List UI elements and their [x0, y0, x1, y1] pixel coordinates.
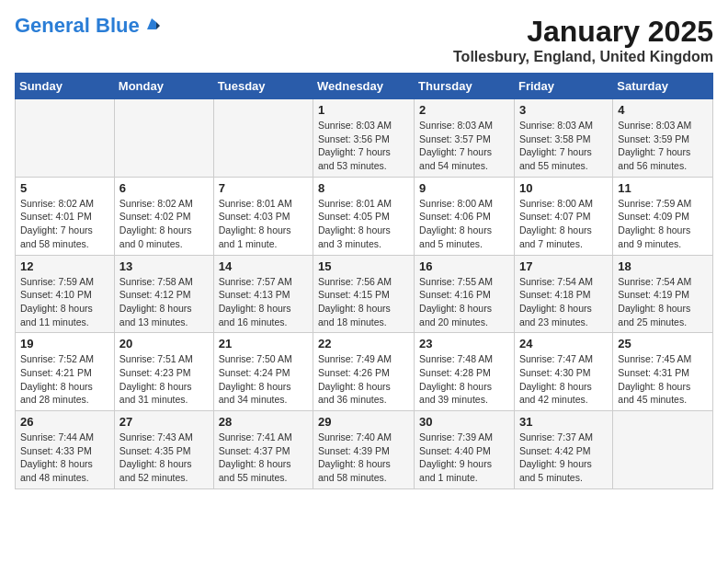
day-info: Sunrise: 7:58 AM Sunset: 4:12 PM Dayligh… [119, 275, 209, 329]
day-number: 11 [618, 181, 708, 195]
day-number: 3 [519, 103, 608, 117]
day-info: Sunrise: 7:51 AM Sunset: 4:23 PM Dayligh… [119, 352, 209, 407]
svg-marker-1 [156, 22, 160, 29]
title-block: January 2025 Tollesbury, England, United… [453, 15, 713, 65]
day-info: Sunrise: 7:45 AM Sunset: 4:31 PM Dayligh… [618, 352, 708, 407]
calendar-cell: 16Sunrise: 7:55 AM Sunset: 4:16 PM Dayli… [415, 255, 515, 333]
svg-marker-0 [147, 18, 156, 29]
day-info: Sunrise: 8:03 AM Sunset: 3:59 PM Dayligh… [618, 119, 708, 173]
column-header-tuesday: Tuesday [213, 74, 313, 99]
day-info: Sunrise: 8:01 AM Sunset: 4:03 PM Dayligh… [219, 197, 308, 251]
day-info: Sunrise: 7:44 AM Sunset: 4:33 PM Dayligh… [20, 431, 109, 485]
day-info: Sunrise: 7:54 AM Sunset: 4:19 PM Dayligh… [618, 275, 708, 329]
calendar-cell: 31Sunrise: 7:37 AM Sunset: 4:42 PM Dayli… [514, 411, 612, 489]
day-info: Sunrise: 7:52 AM Sunset: 4:21 PM Dayligh… [20, 352, 109, 407]
day-info: Sunrise: 8:01 AM Sunset: 4:05 PM Dayligh… [318, 197, 409, 251]
month-title: January 2025 [453, 15, 713, 49]
week-row-5: 26Sunrise: 7:44 AM Sunset: 4:33 PM Dayli… [16, 411, 713, 489]
calendar-cell: 7Sunrise: 8:01 AM Sunset: 4:03 PM Daylig… [213, 177, 313, 255]
calendar-cell: 14Sunrise: 7:57 AM Sunset: 4:13 PM Dayli… [213, 255, 313, 333]
day-info: Sunrise: 7:49 AM Sunset: 4:26 PM Dayligh… [318, 352, 409, 407]
calendar-cell: 2Sunrise: 8:03 AM Sunset: 3:57 PM Daylig… [415, 99, 515, 178]
column-header-sunday: Sunday [16, 74, 115, 99]
calendar-cell: 9Sunrise: 8:00 AM Sunset: 4:06 PM Daylig… [415, 177, 515, 255]
calendar-cell: 15Sunrise: 7:56 AM Sunset: 4:15 PM Dayli… [313, 255, 415, 333]
day-number: 17 [519, 259, 608, 273]
week-row-4: 19Sunrise: 7:52 AM Sunset: 4:21 PM Dayli… [16, 333, 713, 411]
calendar-cell: 5Sunrise: 8:02 AM Sunset: 4:01 PM Daylig… [16, 177, 115, 255]
calendar-cell: 25Sunrise: 7:45 AM Sunset: 4:31 PM Dayli… [613, 333, 713, 411]
day-number: 22 [318, 337, 409, 350]
day-info: Sunrise: 7:59 AM Sunset: 4:10 PM Dayligh… [20, 275, 109, 329]
logo-icon [143, 17, 160, 33]
calendar-cell: 23Sunrise: 7:48 AM Sunset: 4:28 PM Dayli… [415, 333, 515, 411]
day-info: Sunrise: 7:56 AM Sunset: 4:15 PM Dayligh… [318, 275, 409, 329]
column-header-wednesday: Wednesday [313, 74, 415, 99]
calendar-cell: 17Sunrise: 7:54 AM Sunset: 4:18 PM Dayli… [514, 255, 612, 333]
column-header-monday: Monday [114, 74, 213, 99]
day-info: Sunrise: 8:03 AM Sunset: 3:56 PM Dayligh… [318, 119, 409, 173]
day-number: 13 [119, 259, 209, 273]
day-number: 28 [219, 415, 308, 429]
day-number: 5 [20, 181, 109, 195]
logo-text: General Blue [15, 15, 140, 37]
column-header-saturday: Saturday [613, 74, 713, 99]
day-info: Sunrise: 7:47 AM Sunset: 4:30 PM Dayligh… [519, 352, 608, 407]
calendar-cell: 24Sunrise: 7:47 AM Sunset: 4:30 PM Dayli… [514, 333, 612, 411]
logo: General Blue [15, 15, 160, 37]
day-number: 6 [119, 181, 209, 195]
calendar-table: SundayMondayTuesdayWednesdayThursdayFrid… [15, 73, 713, 489]
day-info: Sunrise: 7:59 AM Sunset: 4:09 PM Dayligh… [618, 197, 708, 251]
day-number: 23 [419, 337, 509, 350]
day-number: 14 [219, 259, 308, 273]
day-number: 8 [318, 181, 409, 195]
calendar-cell: 3Sunrise: 8:03 AM Sunset: 3:58 PM Daylig… [514, 99, 612, 178]
day-number: 27 [119, 415, 209, 429]
day-info: Sunrise: 7:39 AM Sunset: 4:40 PM Dayligh… [419, 431, 509, 485]
calendar-cell [613, 411, 713, 489]
day-number: 1 [318, 103, 409, 117]
day-info: Sunrise: 8:03 AM Sunset: 3:57 PM Dayligh… [419, 119, 509, 173]
logo-blue: Blue [96, 14, 140, 37]
day-number: 26 [20, 415, 109, 429]
day-number: 16 [419, 259, 509, 273]
calendar-cell: 27Sunrise: 7:43 AM Sunset: 4:35 PM Dayli… [114, 411, 213, 489]
day-info: Sunrise: 7:54 AM Sunset: 4:18 PM Dayligh… [519, 275, 608, 329]
day-info: Sunrise: 7:55 AM Sunset: 4:16 PM Dayligh… [419, 275, 509, 329]
day-number: 29 [318, 415, 409, 429]
calendar-cell: 10Sunrise: 8:00 AM Sunset: 4:07 PM Dayli… [514, 177, 612, 255]
day-number: 4 [618, 103, 708, 117]
calendar-cell: 1Sunrise: 8:03 AM Sunset: 3:56 PM Daylig… [313, 99, 415, 178]
calendar-cell: 30Sunrise: 7:39 AM Sunset: 4:40 PM Dayli… [415, 411, 515, 489]
logo-general: General [15, 14, 90, 37]
day-info: Sunrise: 8:03 AM Sunset: 3:58 PM Dayligh… [519, 119, 608, 173]
day-number: 24 [519, 337, 608, 350]
day-number: 20 [119, 337, 209, 350]
week-row-1: 1Sunrise: 8:03 AM Sunset: 3:56 PM Daylig… [16, 99, 713, 178]
column-header-friday: Friday [514, 74, 612, 99]
calendar-cell: 19Sunrise: 7:52 AM Sunset: 4:21 PM Dayli… [16, 333, 115, 411]
calendar-cell: 11Sunrise: 7:59 AM Sunset: 4:09 PM Dayli… [613, 177, 713, 255]
calendar-cell: 29Sunrise: 7:40 AM Sunset: 4:39 PM Dayli… [313, 411, 415, 489]
day-number: 7 [219, 181, 308, 195]
day-info: Sunrise: 7:43 AM Sunset: 4:35 PM Dayligh… [119, 431, 209, 485]
calendar-cell: 21Sunrise: 7:50 AM Sunset: 4:24 PM Dayli… [213, 333, 313, 411]
day-number: 19 [20, 337, 109, 350]
calendar-cell [16, 99, 115, 178]
day-number: 15 [318, 259, 409, 273]
page-header: General Blue January 2025 Tollesbury, En… [15, 15, 713, 65]
location: Tollesbury, England, United Kingdom [453, 49, 713, 65]
day-number: 2 [419, 103, 509, 117]
calendar-cell: 28Sunrise: 7:41 AM Sunset: 4:37 PM Dayli… [213, 411, 313, 489]
calendar-cell: 12Sunrise: 7:59 AM Sunset: 4:10 PM Dayli… [16, 255, 115, 333]
week-row-3: 12Sunrise: 7:59 AM Sunset: 4:10 PM Dayli… [16, 255, 713, 333]
day-number: 30 [419, 415, 509, 429]
day-info: Sunrise: 8:00 AM Sunset: 4:06 PM Dayligh… [419, 197, 509, 251]
column-header-thursday: Thursday [415, 74, 515, 99]
day-info: Sunrise: 7:41 AM Sunset: 4:37 PM Dayligh… [219, 431, 308, 485]
day-number: 18 [618, 259, 708, 273]
calendar-cell: 22Sunrise: 7:49 AM Sunset: 4:26 PM Dayli… [313, 333, 415, 411]
calendar-cell [114, 99, 213, 178]
day-number: 12 [20, 259, 109, 273]
day-number: 10 [519, 181, 608, 195]
